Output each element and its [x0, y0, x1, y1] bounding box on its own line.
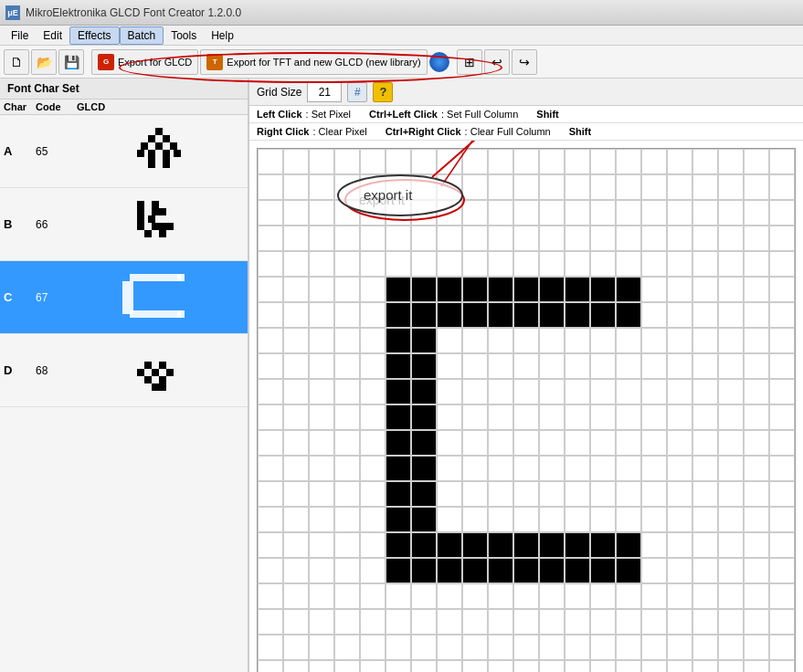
pixel-cell[interactable] — [641, 404, 667, 430]
pixel-cell[interactable] — [565, 174, 590, 200]
pixel-cell[interactable] — [411, 532, 437, 558]
pixel-cell[interactable] — [590, 302, 616, 328]
pixel-cell[interactable] — [334, 200, 360, 226]
pixel-cell[interactable] — [334, 353, 360, 379]
pixel-cell[interactable] — [411, 507, 437, 532]
pixel-cell[interactable] — [283, 200, 309, 226]
pixel-cell[interactable] — [309, 226, 334, 251]
pixel-cell[interactable] — [360, 200, 386, 226]
pixel-cell[interactable] — [590, 353, 616, 379]
pixel-cell[interactable] — [769, 558, 795, 583]
pixel-cell[interactable] — [283, 226, 309, 251]
pixel-cell[interactable] — [641, 328, 667, 353]
pixel-cell[interactable] — [616, 558, 641, 583]
pixel-cell[interactable] — [437, 302, 462, 328]
toolbar-undo-btn[interactable]: ↩ — [484, 49, 510, 75]
pixel-cell[interactable] — [513, 277, 539, 302]
pixel-cell[interactable] — [590, 404, 616, 430]
pixel-cell[interactable] — [437, 481, 462, 507]
pixel-cell[interactable] — [488, 200, 513, 226]
pixel-cell[interactable] — [488, 302, 513, 328]
pixel-cell[interactable] — [769, 660, 795, 672]
pixel-cell[interactable] — [309, 430, 334, 456]
toolbar-save-btn[interactable]: 💾 — [58, 49, 84, 75]
pixel-cell[interactable] — [283, 456, 309, 481]
pixel-cell[interactable] — [488, 251, 513, 277]
pixel-cell[interactable] — [411, 404, 437, 430]
pixel-cell[interactable] — [437, 149, 462, 174]
pixel-cell[interactable] — [641, 251, 667, 277]
pixel-cell[interactable] — [360, 251, 386, 277]
menu-batch[interactable]: Batch — [120, 26, 164, 45]
pixel-cell[interactable] — [667, 507, 692, 532]
pixel-cell[interactable] — [590, 149, 616, 174]
pixel-cell[interactable] — [744, 507, 769, 532]
pixel-cell[interactable] — [667, 251, 692, 277]
pixel-cell[interactable] — [616, 149, 641, 174]
pixel-cell[interactable] — [411, 353, 437, 379]
pixel-cell[interactable] — [744, 277, 769, 302]
pixel-cell[interactable] — [386, 353, 411, 379]
pixel-cell[interactable] — [744, 353, 769, 379]
pixel-cell[interactable] — [513, 456, 539, 481]
pixel-cell[interactable] — [360, 379, 386, 404]
pixel-cell[interactable] — [565, 200, 590, 226]
pixel-cell[interactable] — [641, 353, 667, 379]
pixel-cell[interactable] — [283, 635, 309, 660]
pixel-cell[interactable] — [590, 277, 616, 302]
pixel-cell[interactable] — [309, 353, 334, 379]
pixel-cell[interactable] — [258, 404, 283, 430]
pixel-cell[interactable] — [334, 302, 360, 328]
pixel-cell[interactable] — [718, 328, 744, 353]
pixel-cell[interactable] — [386, 200, 411, 226]
pixel-cell[interactable] — [565, 583, 590, 609]
pixel-cell[interactable] — [360, 302, 386, 328]
pixel-cell[interactable] — [616, 328, 641, 353]
pixel-cell[interactable] — [334, 226, 360, 251]
pixel-cell[interactable] — [462, 532, 488, 558]
pixel-cell[interactable] — [539, 507, 565, 532]
pixel-cell[interactable] — [488, 609, 513, 635]
pixel-cell[interactable] — [744, 635, 769, 660]
toolbar-new-btn[interactable]: 🗋 — [4, 49, 29, 75]
pixel-cell[interactable] — [769, 609, 795, 635]
pixel-cell[interactable] — [283, 507, 309, 532]
pixel-cell[interactable] — [360, 558, 386, 583]
pixel-cell[interactable] — [462, 481, 488, 507]
pixel-cell[interactable] — [488, 226, 513, 251]
pixel-cell[interactable] — [590, 635, 616, 660]
pixel-cell[interactable] — [692, 635, 718, 660]
pixel-cell[interactable] — [616, 532, 641, 558]
pixel-cell[interactable] — [744, 456, 769, 481]
pixel-cell[interactable] — [667, 149, 692, 174]
pixel-cell[interactable] — [258, 226, 283, 251]
pixel-cell[interactable] — [360, 456, 386, 481]
pixel-cell[interactable] — [437, 200, 462, 226]
pixel-cell[interactable] — [692, 430, 718, 456]
pixel-cell[interactable] — [641, 558, 667, 583]
pixel-cell[interactable] — [386, 558, 411, 583]
pixel-cell[interactable] — [334, 430, 360, 456]
pixel-cell[interactable] — [590, 430, 616, 456]
menu-edit[interactable]: Edit — [36, 27, 69, 44]
pixel-cell[interactable] — [437, 174, 462, 200]
pixel-cell[interactable] — [334, 609, 360, 635]
pixel-cell[interactable] — [539, 635, 565, 660]
pixel-cell[interactable] — [283, 379, 309, 404]
pixel-cell[interactable] — [744, 430, 769, 456]
pixel-cell[interactable] — [258, 609, 283, 635]
pixel-cell[interactable] — [309, 251, 334, 277]
pixel-cell[interactable] — [437, 609, 462, 635]
pixel-cell[interactable] — [513, 404, 539, 430]
pixel-cell[interactable] — [309, 277, 334, 302]
pixel-cell[interactable] — [411, 328, 437, 353]
pixel-cell[interactable] — [258, 660, 283, 672]
pixel-cell[interactable] — [769, 481, 795, 507]
pixel-cell[interactable] — [513, 532, 539, 558]
pixel-cell[interactable] — [258, 481, 283, 507]
pixel-cell[interactable] — [386, 379, 411, 404]
pixel-cell[interactable] — [590, 251, 616, 277]
pixel-cell[interactable] — [590, 328, 616, 353]
pixel-cell[interactable] — [309, 302, 334, 328]
pixel-cell[interactable] — [283, 277, 309, 302]
